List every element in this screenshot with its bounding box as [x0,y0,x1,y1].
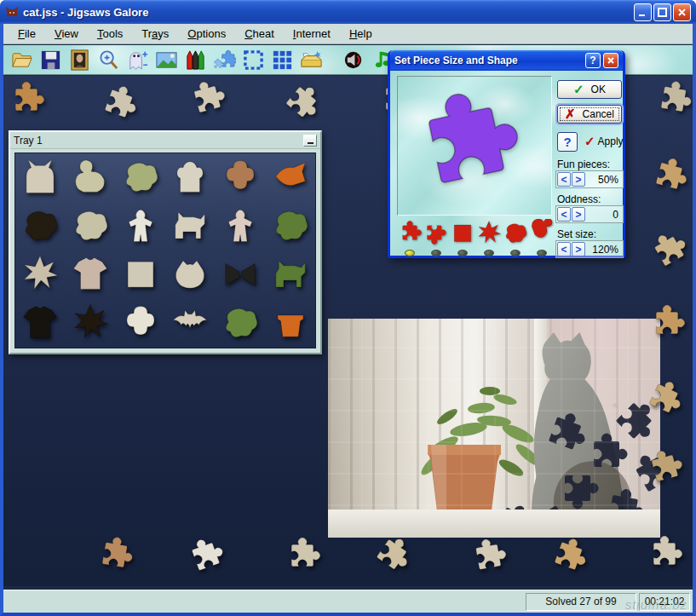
puzzle-piece[interactable] [469,538,508,580]
decrease-button[interactable]: < [557,207,571,222]
shape-radio[interactable] [431,250,441,256]
save-icon[interactable] [37,47,63,72]
sort-tray-icon[interactable] [298,47,324,72]
increase-button[interactable]: > [572,242,585,256]
tray-piece-pig[interactable] [170,254,210,296]
shape-option-star[interactable] [476,219,502,272]
menu-options[interactable]: Options [178,25,235,43]
tray-piece-person[interactable] [121,205,160,248]
puzzle-piece[interactable] [7,80,46,123]
dialog-title-bar: Set Piece Size and Shape ? [390,50,623,71]
tray-title-bar[interactable]: Tray 1 [10,132,320,149]
increase-button[interactable]: > [572,207,585,222]
tray-piece-duck[interactable] [71,157,110,199]
menu-help[interactable]: Help [340,25,382,43]
tray-piece-bear[interactable] [170,157,210,199]
status-bar: Solved 27 of 99 00:21:02 stiulna.bz [3,590,693,613]
puzzle-piece[interactable] [100,83,139,126]
check-icon: ✓ [584,134,595,149]
shape-radio[interactable] [537,250,547,256]
puzzle-piece[interactable] [645,378,684,421]
arrange-grid-icon[interactable] [269,47,295,72]
tray-piece-pot[interactable] [271,302,310,345]
tray-piece-blob[interactable] [71,205,110,248]
apply-button[interactable]: Apply [598,135,624,147]
tray-minimize-button[interactable] [303,135,317,147]
puzzle-piece[interactable] [647,303,687,346]
puzzle-piece[interactable] [186,538,225,580]
tray-piece-turtle[interactable] [20,205,60,248]
tray-piece-star[interactable] [71,302,110,345]
view-picture-icon[interactable] [66,47,92,72]
tray-piece-square[interactable] [121,254,160,296]
puzzle-piece[interactable] [283,536,322,579]
shape-radio[interactable] [484,250,494,256]
shape-option-chunk[interactable] [423,219,449,272]
puzzle-board[interactable] [328,319,660,538]
tray-piece-ginger[interactable] [221,205,260,248]
maximize-button[interactable] [653,3,671,21]
menu-internet[interactable]: Internet [284,25,340,43]
cancel-button[interactable]: ✗ Cancel [557,105,622,124]
tray-piece-cat[interactable] [20,157,60,199]
shape-radio[interactable] [457,250,468,256]
tray-piece-blob[interactable] [121,157,160,199]
tray-piece-tshirt[interactable] [20,302,60,345]
pieces-icon[interactable] [211,47,237,72]
colors-icon[interactable] [182,47,208,72]
puzzle-piece[interactable] [649,233,688,275]
tray-piece-tshirt[interactable] [71,254,110,296]
puzzle-piece[interactable] [95,535,135,578]
background-image-icon[interactable] [153,47,179,72]
decrease-button[interactable]: < [557,242,571,256]
select-border-icon[interactable] [240,47,266,72]
menu-file[interactable]: File [9,25,45,43]
open-folder-icon[interactable] [9,47,34,72]
puzzle-piece[interactable] [549,536,589,579]
shape-option-classic[interactable] [397,219,423,272]
sound-icon[interactable] [341,47,366,72]
menu-bar: FileViewToolsTraysOptionsCheatInternetHe… [3,24,693,44]
tray-piece-dog[interactable] [170,205,210,248]
shape-option-swirl[interactable] [529,219,555,272]
minimize-icon [308,142,313,144]
puzzle-piece[interactable] [645,449,684,492]
tray-piece-flower[interactable] [121,302,160,345]
close-button[interactable] [673,3,691,21]
shape-option-square[interactable] [450,219,475,272]
tray-piece-area[interactable] [14,153,316,348]
puzzle-piece[interactable] [283,82,322,124]
tray-piece-flower[interactable] [221,157,260,199]
context-help-button[interactable]: ? [557,132,578,152]
dialog-close-button[interactable] [603,53,618,68]
decrease-button[interactable]: < [557,172,571,187]
zoom-in-icon[interactable] [95,47,121,72]
tray-piece-bowtie[interactable] [221,254,260,296]
menu-cheat[interactable]: Cheat [235,25,284,43]
shape-radio[interactable] [510,250,521,256]
ghost-preview-icon[interactable] [124,47,150,72]
close-icon [607,56,615,65]
puzzle-piece[interactable] [654,79,693,122]
menu-view[interactable]: View [45,25,88,43]
ok-button[interactable]: ✓ OK [557,80,622,99]
menu-trays[interactable]: Trays [132,25,178,43]
puzzle-piece[interactable] [373,534,412,577]
puzzle-piece[interactable] [650,156,689,199]
tray-piece-blob[interactable] [271,205,310,248]
minimize-button[interactable] [634,3,652,21]
increase-button[interactable]: > [572,172,585,187]
shape-radio[interactable] [405,250,415,256]
tray-piece-bat[interactable] [170,302,210,345]
menu-tools[interactable]: Tools [88,25,132,43]
shape-option-blob[interactable] [503,219,528,272]
fun-pieces-value: 50% [586,174,622,186]
tray-window[interactable]: Tray 1 [9,130,322,354]
tray-piece-fish[interactable] [271,157,310,199]
tray-piece-dog[interactable] [271,254,310,296]
dialog-help-titlebar-button[interactable]: ? [585,53,601,68]
tray-piece-splat[interactable] [20,254,60,296]
puzzle-piece[interactable] [645,534,684,577]
puzzle-piece[interactable] [187,80,227,123]
tray-piece-blob[interactable] [221,302,260,345]
